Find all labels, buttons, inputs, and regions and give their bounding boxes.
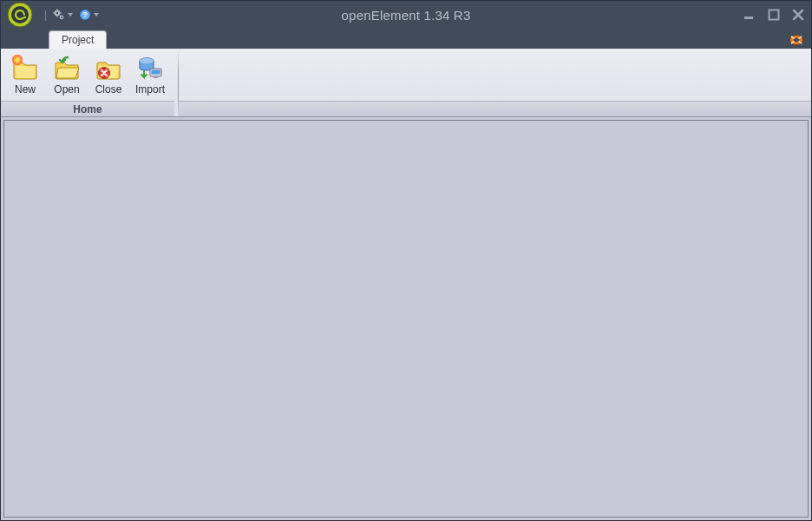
- folder-new-icon: [11, 54, 39, 82]
- ribbon-tab-strip: Project: [1, 29, 811, 49]
- folder-close-icon: [95, 54, 122, 82]
- ribbon-group-label: Home: [1, 101, 174, 116]
- tab-project[interactable]: Project: [49, 30, 107, 49]
- maximize-icon: [768, 9, 780, 21]
- svg-rect-27: [152, 70, 160, 75]
- tab-label: Project: [62, 34, 94, 46]
- svg-rect-5: [56, 9, 57, 10]
- svg-rect-8: [60, 12, 62, 13]
- svg-rect-2: [23, 16, 26, 18]
- chevron-down-icon: [68, 13, 73, 16]
- window-title: openElement 1.34 R3: [1, 8, 811, 23]
- ribbon-empty-area: [179, 49, 811, 116]
- svg-rect-15: [769, 10, 779, 20]
- folder-open-icon: [53, 54, 81, 82]
- gear-icon: [53, 9, 65, 21]
- minimize-icon: [743, 9, 756, 21]
- minimize-button[interactable]: [742, 7, 757, 23]
- ribbon: New Open: [1, 49, 811, 117]
- svg-text:?: ?: [82, 10, 88, 19]
- ribbon-group-label-empty: [179, 101, 811, 116]
- svg-point-4: [56, 12, 58, 14]
- svg-point-1: [11, 6, 29, 23]
- ribbon-group-home: New Open: [1, 49, 174, 116]
- button-label: Open: [54, 84, 79, 95]
- tabstrip-help-button[interactable]: [789, 33, 804, 47]
- close-project-button[interactable]: Close: [89, 52, 128, 101]
- chevron-down-icon: [94, 13, 99, 16]
- button-label: Close: [95, 84, 122, 95]
- svg-rect-14: [744, 16, 753, 19]
- svg-point-10: [61, 16, 62, 18]
- svg-rect-7: [54, 12, 56, 13]
- window-controls: [742, 1, 806, 29]
- svg-point-17: [794, 38, 799, 42]
- title-bar: | ? openElement 1.34 R3: [1, 1, 811, 29]
- close-button[interactable]: [790, 7, 806, 23]
- svg-rect-28: [154, 76, 158, 78]
- svg-rect-6: [56, 16, 57, 17]
- import-icon: [136, 54, 164, 82]
- import-button[interactable]: Import: [131, 52, 169, 101]
- quick-access-toolbar: | ?: [44, 6, 101, 23]
- close-icon: [792, 9, 804, 21]
- content-area: [3, 120, 809, 518]
- app-logo[interactable]: [1, 1, 39, 29]
- qat-separator: |: [44, 9, 47, 21]
- ribbon-buttons: New Open: [1, 49, 174, 101]
- button-label: Import: [135, 84, 165, 95]
- help-button[interactable]: ?: [77, 6, 101, 23]
- maximize-button[interactable]: [766, 7, 782, 23]
- svg-point-25: [140, 58, 154, 63]
- lifebuoy-icon: [789, 33, 804, 47]
- settings-button[interactable]: [51, 6, 75, 23]
- open-button[interactable]: Open: [48, 52, 86, 101]
- button-label: New: [15, 84, 36, 95]
- new-button[interactable]: New: [6, 52, 44, 101]
- help-icon: ?: [79, 9, 91, 21]
